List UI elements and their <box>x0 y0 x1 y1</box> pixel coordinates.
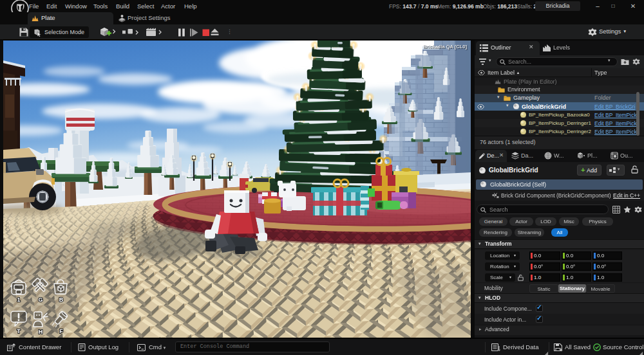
svg-text:G: G <box>38 296 43 303</box>
svg-text:H: H <box>39 329 43 335</box>
svg-text:Brickadia QA [CL0]: Brickadia QA [CL0] <box>423 44 468 50</box>
svg-text:B: B <box>59 296 64 303</box>
svg-text:T: T <box>17 328 21 334</box>
svg-text:F: F <box>59 328 63 334</box>
svg-text:1: 1 <box>17 296 20 303</box>
